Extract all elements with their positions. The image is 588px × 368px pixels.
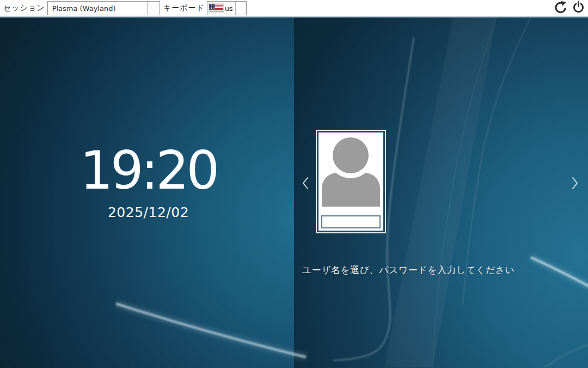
chevron-right-icon [569,176,580,191]
sddm-login-screen: セッション Plasma (Wayland) キーボード us [0,0,588,368]
user-silhouette-icon [333,137,369,173]
topbar: セッション Plasma (Wayland) キーボード us [0,0,588,17]
restart-button[interactable] [552,1,568,16]
keyboard-combobox[interactable]: us [207,1,247,15]
session-dropdown-button[interactable] [147,2,160,15]
power-icon [572,1,585,16]
clock: 19:20 2025/12/02 [65,144,231,220]
keyboard-dropdown-button[interactable] [235,2,246,15]
us-flag-icon [209,4,223,13]
next-user-button[interactable] [569,176,580,191]
session-label: セッション [3,3,45,13]
power-button[interactable] [570,1,586,16]
clock-time: 19:20 [65,144,231,197]
keyboard-label: キーボード [163,3,205,13]
session-value: Plasma (Wayland) [48,4,147,13]
previous-user-button[interactable] [301,176,311,191]
restart-icon [553,0,568,16]
clock-date: 2025/12/02 [65,204,231,220]
session-combobox[interactable]: Plasma (Wayland) [47,1,160,15]
password-input[interactable] [321,215,381,228]
user-card[interactable] [317,131,385,232]
keyboard-value: us [223,4,235,13]
chevron-left-icon [301,176,311,191]
login-prompt: ユーザ名を選び、パスワードを入力してください [294,264,523,276]
user-avatar [318,132,383,209]
user-silhouette-torso [322,173,380,207]
